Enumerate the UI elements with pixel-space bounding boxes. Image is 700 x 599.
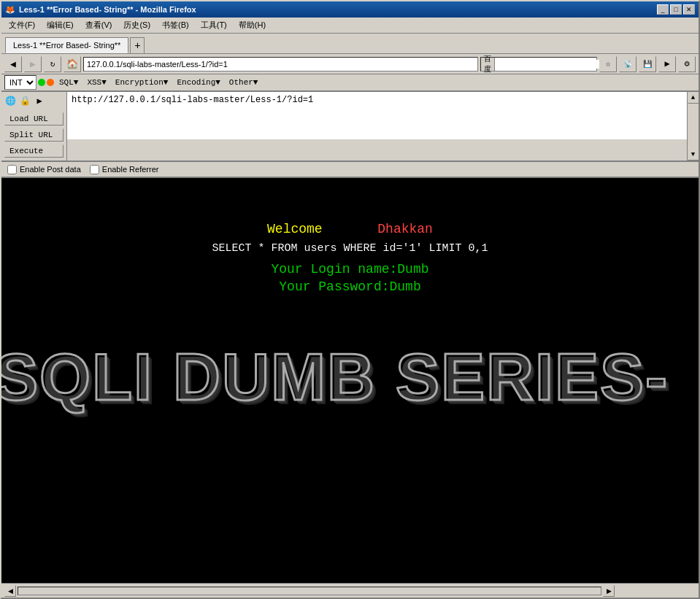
title-bar: 🦊 Less-1 **Error Based- String** - Mozil… <box>1 1 699 18</box>
new-tab-button[interactable]: + <box>130 37 145 53</box>
menu-bar: 文件(F) 编辑(E) 查看(V) 历史(S) 书签(B) 工具(T) 帮助(H… <box>1 18 699 34</box>
scroll-up-arrow[interactable]: ▲ <box>688 92 699 104</box>
hackbar-toolbar: INT SQL▼ XSS▼ Encryption▼ Encoding▼ Othe… <box>1 74 699 92</box>
status-scroll-track[interactable] <box>18 587 601 595</box>
tab-label: Less-1 **Error Based- String** <box>13 41 120 50</box>
hackbar-scrollbar: ▲ ▼ <box>687 92 699 161</box>
hackbar-options: Enable Post data Enable Referrer <box>1 162 699 178</box>
address-input[interactable] <box>83 57 478 72</box>
window-controls: _ □ ✕ <box>657 4 695 15</box>
main-content-wrapper: Welcome Dhakkan SELECT * FROM users WHER… <box>1 178 699 598</box>
reload-button[interactable]: ↻ <box>44 56 61 72</box>
bookmark-button[interactable]: ☆ <box>599 56 617 72</box>
minimize-button[interactable]: _ <box>657 4 669 15</box>
home-button[interactable]: 🏠 <box>64 56 81 72</box>
hackbar-sidebar-icons: 🌐 🔒 ▶ <box>4 95 64 107</box>
extensions-button[interactable]: ⚙ <box>678 56 696 72</box>
enable-post-label[interactable]: Enable Post data <box>7 165 81 174</box>
menu-help[interactable]: 帮助(H) <box>233 18 272 32</box>
scroll-down-arrow[interactable]: ▼ <box>688 149 699 161</box>
search-box: 百度 🔍 <box>480 57 597 72</box>
sql-query-text: SELECT * FROM users WHERE id='1' LIMIT 0… <box>212 242 488 255</box>
sidebar-icon-3[interactable]: ▶ <box>34 95 45 107</box>
load-url-button[interactable]: Load URL <box>4 112 64 125</box>
sidebar-icon-1[interactable]: 🌐 <box>4 95 16 107</box>
rss-button[interactable]: 📡 <box>619 56 636 72</box>
status-dot-orange <box>47 79 54 86</box>
save-button[interactable]: 💾 <box>639 56 656 72</box>
main-content: Welcome Dhakkan SELECT * FROM users WHER… <box>1 178 699 598</box>
search-logo[interactable]: 百度 <box>481 58 495 71</box>
firefox-icon: 🦊 <box>5 5 15 15</box>
enable-referrer-label[interactable]: Enable Referrer <box>90 165 159 174</box>
address-bar-row: ◀ ▶ ↻ 🏠 百度 🔍 ☆ 📡 💾 ▶ ⚙ <box>1 54 699 74</box>
hackbar-encoding-menu[interactable]: Encoding▼ <box>173 77 223 88</box>
split-url-button[interactable]: Split URL <box>4 128 64 142</box>
execute-button[interactable]: Execute <box>4 144 64 158</box>
hackbar-encryption-menu[interactable]: Encryption▼ <box>112 77 172 88</box>
more-button[interactable]: ▶ <box>658 56 676 72</box>
menu-bookmarks[interactable]: 书签(B) <box>156 18 195 32</box>
sqli-dumb-banner: SQLI DUMB SERIES- <box>1 340 669 415</box>
hackbar-url-section: 🌐 🔒 ▶ Load URL Split URL Execute http://… <box>1 92 699 162</box>
menu-edit[interactable]: 编辑(E) <box>41 18 80 32</box>
password-text: Your Password:Dumb <box>279 279 420 294</box>
hackbar-xss-menu[interactable]: XSS▼ <box>83 77 109 88</box>
menu-file[interactable]: 文件(F) <box>3 18 41 32</box>
hackbar-url-input[interactable]: http://127.0.0.1/sqli-labs-master/Less-1… <box>67 92 687 139</box>
menu-history[interactable]: 历史(S) <box>118 18 156 32</box>
hackbar-sql-menu[interactable]: SQL▼ <box>55 77 82 88</box>
menu-view[interactable]: 查看(V) <box>80 18 118 32</box>
status-dot-green <box>38 79 45 86</box>
menu-tools[interactable]: 工具(T) <box>195 18 233 32</box>
sidebar-icon-2[interactable]: 🔒 <box>19 95 31 107</box>
hackbar-type-select[interactable]: INT <box>4 75 36 90</box>
close-button[interactable]: ✕ <box>683 4 695 15</box>
status-scroll-right[interactable]: ▶ <box>603 585 615 597</box>
welcome-line: Welcome Dhakkan <box>267 222 433 236</box>
hackbar-sidebar: 🌐 🔒 ▶ Load URL Split URL Execute <box>1 92 67 161</box>
status-bar: ◀ ▶ <box>1 583 699 598</box>
status-scroll-left[interactable]: ◀ <box>4 585 16 597</box>
hackbar-other-menu[interactable]: Other▼ <box>226 77 262 88</box>
enable-post-checkbox[interactable] <box>7 165 17 174</box>
forward-button[interactable]: ▶ <box>24 56 42 72</box>
tab-bar: Less-1 **Error Based- String** + <box>1 34 699 54</box>
search-input[interactable] <box>495 60 600 69</box>
enable-referrer-checkbox[interactable] <box>90 165 99 174</box>
window-title: 🦊 Less-1 **Error Based- String** - Mozil… <box>5 5 196 15</box>
login-name-text: Your Login name:Dumb <box>271 262 428 277</box>
back-button[interactable]: ◀ <box>4 56 22 72</box>
maximize-button[interactable]: □ <box>670 4 682 15</box>
browser-tab-active[interactable]: Less-1 **Error Based- String** <box>5 37 128 53</box>
